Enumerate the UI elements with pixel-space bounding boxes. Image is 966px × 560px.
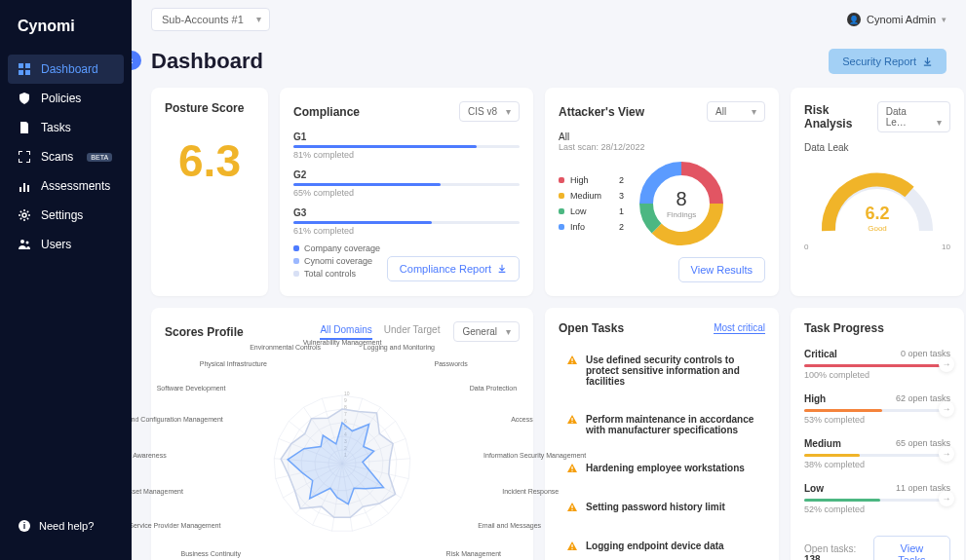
task-text: Hardening employee workstations xyxy=(586,463,745,473)
attacker-title: Attacker's View xyxy=(559,105,644,119)
svg-rect-62 xyxy=(571,467,572,469)
help-link[interactable]: i Need help? xyxy=(0,509,132,542)
progress-arrow-button[interactable]: → xyxy=(939,401,954,417)
nav-label: Users xyxy=(41,238,71,251)
radar-axis-label: Awareness xyxy=(133,451,167,458)
download-icon xyxy=(922,56,933,67)
posture-title: Posture Score xyxy=(165,101,254,115)
open-tasks-filter[interactable]: Most critical xyxy=(714,322,765,334)
progress-arrow-button[interactable]: → xyxy=(939,491,954,506)
svg-text:i: i xyxy=(23,521,26,531)
compliance-selector-value: CIS v8 xyxy=(468,106,497,117)
account-selector-value: Sub-Accounts #1 xyxy=(162,14,244,25)
open-task-item[interactable]: Use defined security controls to protect… xyxy=(559,345,765,396)
progress-item: Critical0 open tasks 100% completed → xyxy=(804,349,950,380)
attacker-legend-item: Info2 xyxy=(559,219,624,235)
svg-rect-2 xyxy=(19,70,23,75)
scan-icon xyxy=(18,150,31,164)
nav-label: Tasks xyxy=(41,121,71,134)
compliance-group: G1 81% completed xyxy=(293,131,520,160)
nav-label: Scans xyxy=(41,150,73,164)
tab-under-target[interactable]: Under Target xyxy=(384,324,441,340)
progress-item: Medium65 open tasks 38% completed → xyxy=(804,438,950,469)
tab-all-domains[interactable]: All Domains xyxy=(320,324,371,340)
radar-axis-label: Logging and Monitoring xyxy=(364,344,435,351)
svg-rect-63 xyxy=(571,470,572,471)
risk-selector[interactable]: Data Le… xyxy=(877,101,950,132)
attacker-selector[interactable]: All xyxy=(707,101,765,122)
svg-point-15 xyxy=(22,213,26,217)
svg-rect-7 xyxy=(29,151,30,155)
nav-tasks[interactable]: Tasks xyxy=(0,113,132,142)
view-results-button[interactable]: View Results xyxy=(678,257,765,282)
document-icon xyxy=(18,121,31,134)
attacker-last-scan: Last scan: 28/12/2022 xyxy=(559,142,765,152)
scores-title: Scores Profile xyxy=(165,325,244,339)
attacker-subtitle: All xyxy=(559,131,765,142)
content: ‹ Dashboard Security Report Posture Scor… xyxy=(132,39,966,560)
nav-label: Assessments xyxy=(41,179,110,193)
svg-rect-60 xyxy=(571,418,572,421)
compliance-card: Compliance CIS v8 G1 81% completed G2 65… xyxy=(280,88,533,296)
progress-arrow-button[interactable]: → xyxy=(939,446,954,462)
nav-policies[interactable]: Policies xyxy=(0,84,132,113)
svg-rect-9 xyxy=(19,159,19,163)
progress-item: High62 open tasks 53% completed → xyxy=(804,393,950,425)
scores-selector[interactable]: General xyxy=(453,321,520,342)
sidebar: Cynomi Dashboard Policies Tasks Scans BE… xyxy=(0,0,132,560)
gauge-value: 6.2 xyxy=(814,204,941,224)
nav-dashboard[interactable]: Dashboard xyxy=(8,55,124,84)
svg-rect-64 xyxy=(571,505,572,508)
task-text: Setting password history limit xyxy=(586,502,725,512)
view-tasks-button[interactable]: View Tasks xyxy=(873,536,950,560)
open-task-item[interactable]: Logging endpoint device data xyxy=(559,531,765,560)
nav-label: Settings xyxy=(41,208,83,222)
attacker-legend-item: High2 xyxy=(559,172,624,188)
warning-icon xyxy=(566,463,578,474)
open-tasks-footer-label: Open tasks: xyxy=(804,543,856,554)
nav-assessments[interactable]: Assessments xyxy=(0,171,132,201)
risk-title: Risk Analysis xyxy=(804,103,877,131)
svg-rect-13 xyxy=(23,183,25,192)
radar-axis-label: Risk Management xyxy=(446,549,501,556)
open-task-item[interactable]: Setting password history limit xyxy=(559,492,765,523)
risk-subtitle: Data Leak xyxy=(804,142,950,153)
scores-card: Scores Profile All Domains Under Target … xyxy=(151,308,533,560)
radar-axis-label: Data Protection xyxy=(470,384,517,391)
main: Sub-Accounts #1 👤 Cynomi Admin ▾ ‹ Dashb… xyxy=(132,0,966,560)
radar-axis-label: Information Security Management xyxy=(483,451,586,458)
security-report-button[interactable]: Security Report xyxy=(829,49,947,74)
sidebar-collapse-toggle[interactable]: ‹ xyxy=(132,51,141,70)
compliance-group: G2 65% completed xyxy=(293,169,520,198)
button-label: Security Report xyxy=(842,56,916,67)
gauge-max: 10 xyxy=(942,243,950,251)
open-task-item[interactable]: Hardening employee workstations xyxy=(559,453,765,484)
compliance-report-button[interactable]: Compliance Report xyxy=(387,256,520,281)
radar-axis-label: Service Provider Management xyxy=(132,521,220,528)
attacker-legend-item: Medium3 xyxy=(559,188,624,204)
nav-scans[interactable]: Scans BETA xyxy=(0,142,132,171)
compliance-selector[interactable]: CIS v8 xyxy=(459,101,520,122)
scores-tabs: All Domains Under Target xyxy=(320,324,440,340)
svg-rect-67 xyxy=(571,548,572,549)
account-selector[interactable]: Sub-Accounts #1 xyxy=(151,8,270,31)
attacker-selector-value: All xyxy=(715,106,726,117)
svg-rect-11 xyxy=(29,159,30,163)
posture-score-value: 6.3 xyxy=(165,115,254,206)
svg-point-17 xyxy=(26,242,29,244)
nav-settings[interactable]: Settings xyxy=(0,201,132,230)
risk-gauge-chart: 6.2 Good xyxy=(814,163,941,241)
attacker-donut-chart: 8 Findings xyxy=(638,160,725,247)
open-tasks-footer-count: 138 xyxy=(804,554,821,560)
progress-arrow-button[interactable]: → xyxy=(939,356,954,372)
open-task-item[interactable]: Perform maintenance in accordance with m… xyxy=(559,404,765,445)
svg-rect-58 xyxy=(571,358,572,361)
user-menu[interactable]: 👤 Cynomi Admin ▾ xyxy=(847,13,947,26)
radar-axis-label: Asset Management xyxy=(132,487,183,494)
svg-rect-3 xyxy=(25,70,30,75)
topbar: Sub-Accounts #1 👤 Cynomi Admin ▾ xyxy=(132,0,966,39)
task-progress-title: Task Progress xyxy=(804,321,950,335)
legend-item: Total controls xyxy=(293,269,380,279)
nav-users[interactable]: Users xyxy=(0,230,132,259)
radar-axis-label: Passwords xyxy=(435,359,468,366)
